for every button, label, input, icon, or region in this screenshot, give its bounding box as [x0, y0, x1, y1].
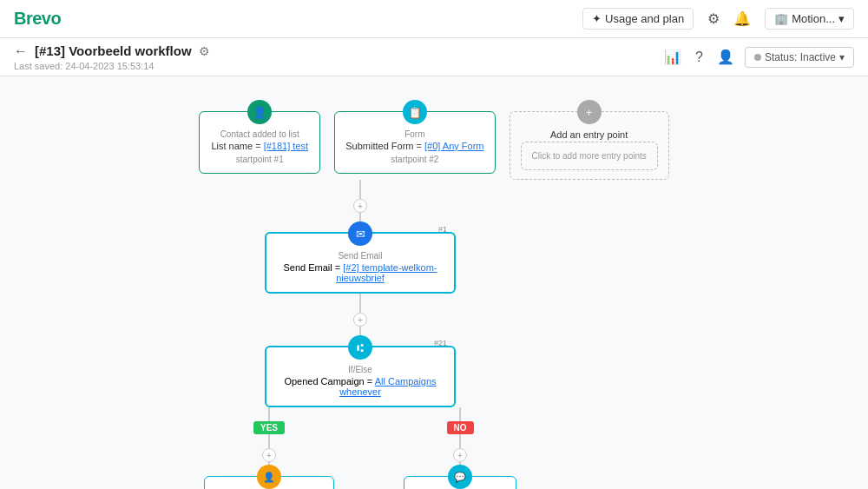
settings-nav-icon[interactable]: ⚙	[707, 10, 720, 27]
step2-type: If/Else	[277, 365, 444, 374]
status-dot	[754, 54, 761, 61]
top-navigation: Brevo ✦ Usage and plan ⚙ 🔔 🏢 Motion... ▾	[0, 0, 868, 38]
user-button[interactable]: 👤	[713, 45, 738, 69]
account-chevron-icon: ▾	[838, 12, 845, 25]
step2-action: Opened Campaign = All Campaigns whenever	[277, 376, 444, 397]
workflow-canvas: 👤 Contact added to list List name = [#18…	[0, 76, 868, 489]
add-contact-icon: 👤	[257, 465, 281, 489]
entry2-form-link[interactable]: [#0] Any Form	[424, 141, 483, 151]
workflow-diagram: 👤 Contact added to list List name = [#18…	[0, 76, 868, 489]
workflow-header: ← [#13] Voorbeeld workflow ⚙ Last saved:…	[0, 38, 868, 76]
workflow-settings-icon[interactable]: ⚙	[199, 44, 210, 58]
nav-right: ✦ Usage and plan ⚙ 🔔 🏢 Motion... ▾	[582, 8, 854, 30]
entry1-startpoint: startpoint #1	[210, 155, 309, 164]
step2-num: #21	[434, 339, 447, 347]
no-badge: NO	[447, 421, 474, 434]
entry1-sub-label: List name = [#181] test	[210, 141, 309, 151]
ifelse-node[interactable]: ⑆ If/Else Opened Campaign = All Campaign…	[412, 346, 456, 407]
status-label: Status: Inactive	[765, 51, 836, 63]
chart-button[interactable]: 📊	[661, 45, 685, 69]
step1-type: Send Email	[277, 251, 444, 261]
add-contact-node[interactable]: 👤 Add Contact To a List Add Contact To a…	[204, 476, 334, 489]
workflow-header-left: ← [#13] Voorbeeld workflow ⚙ Last saved:…	[14, 43, 210, 71]
yes-connector: +	[262, 448, 276, 462]
add-entry-node[interactable]: + Add an entry point Click to add more e…	[510, 111, 669, 180]
account-button[interactable]: 🏢 Motion... ▾	[765, 8, 854, 30]
connector-circle-1: +	[353, 199, 367, 213]
form-icon: 📋	[403, 100, 427, 124]
send-email-icon: ✉	[348, 221, 372, 246]
yes-badge: YES	[253, 421, 285, 434]
bell-icon[interactable]: 🔔	[733, 10, 751, 27]
entry1-list-link[interactable]: [#181] test	[264, 141, 308, 151]
step1-template-link[interactable]: [#2] template-welkom-nieuwsbrief	[336, 262, 437, 283]
workflow-title: [#13] Voorbeeld workflow	[35, 43, 192, 58]
entry2-label: Form	[345, 129, 483, 139]
send-sms-node[interactable]: 💬 Send Sms From Name = test	[404, 476, 516, 489]
workflow-header-right: 📊 ? 👤 Status: Inactive ▾	[661, 45, 854, 69]
contact-added-icon: 👤	[247, 100, 272, 124]
entry1-label: Contact added to list	[210, 129, 309, 139]
send-email-node[interactable]: ✉ Send Email Send Email = [#2] template-…	[412, 232, 456, 294]
usage-plan-button[interactable]: ✦ Usage and plan	[582, 8, 694, 30]
last-saved-label: Last saved: 24-04-2023 15:53:14	[14, 61, 210, 71]
step1-num: #1	[438, 225, 447, 234]
sparkle-icon: ✦	[592, 12, 602, 25]
entry-node-2[interactable]: 📋 Form Submitted Form = [#0] Any Form st…	[334, 111, 495, 174]
no-connector: +	[453, 448, 467, 462]
status-badge[interactable]: Status: Inactive ▾	[745, 47, 854, 68]
add-entry-sub: Click to add more entry points	[521, 142, 658, 170]
entry2-sub-label: Submitted Form = [#0] Any Form	[345, 141, 483, 151]
brevo-logo: Brevo	[14, 9, 61, 29]
back-button[interactable]: ←	[14, 43, 28, 59]
entry-node-1[interactable]: 👤 Contact added to list List name = [#18…	[199, 111, 320, 174]
help-button[interactable]: ?	[692, 46, 707, 69]
connector-circle-2: +	[353, 313, 367, 327]
status-chevron-icon: ▾	[839, 51, 845, 63]
step1-action: Send Email = [#2] template-welkom-nieuws…	[277, 262, 444, 283]
add-entry-label: Add an entry point	[521, 129, 658, 140]
account-icon: 🏢	[774, 12, 788, 25]
workflow-title-row: ← [#13] Voorbeeld workflow ⚙	[14, 43, 210, 59]
send-sms-icon: 💬	[448, 465, 472, 489]
add-entry-icon: +	[577, 100, 602, 124]
ifelse-icon: ⑆	[348, 335, 372, 360]
entry2-startpoint: startpoint #2	[345, 155, 483, 164]
